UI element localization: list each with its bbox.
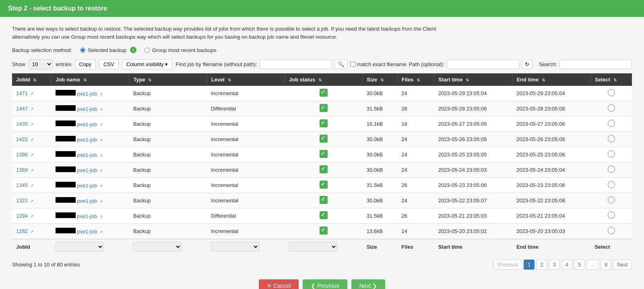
jobname-filter[interactable] <box>56 242 104 252</box>
footer-status-select[interactable] <box>285 239 363 254</box>
selected-backup-radio[interactable] <box>80 48 85 53</box>
jobname-link[interactable]: pve1-job ↗ <box>77 198 102 204</box>
selected-backup-option[interactable]: Selected backup i <box>80 47 136 53</box>
jobid-link[interactable]: 1282 ↗ <box>16 228 33 234</box>
col-level[interactable]: Level ⇅ <box>207 73 285 86</box>
jobname-link[interactable]: pve1-job ↗ <box>77 152 102 158</box>
table-row: 1396 ↗ pve1-job ↗BackupIncremental30.0kB… <box>12 147 632 162</box>
job-select-radio[interactable] <box>608 89 615 96</box>
previous-button[interactable]: ❮ Previous <box>303 279 347 289</box>
jobid-link[interactable]: 1345 ↗ <box>16 182 33 188</box>
status-filter[interactable] <box>289 242 337 252</box>
jobid-link[interactable]: 1422 ↗ <box>16 136 33 142</box>
col-size[interactable]: Size ⇅ <box>363 73 397 86</box>
cell-select[interactable] <box>590 162 632 178</box>
col-type[interactable]: Type ⇅ <box>129 73 207 86</box>
job-select-radio[interactable] <box>608 104 615 112</box>
path-input[interactable] <box>447 60 519 69</box>
page-8-button[interactable]: 8 <box>601 260 611 270</box>
footer-start: Start time <box>434 239 512 254</box>
cell-select[interactable] <box>590 208 632 224</box>
page-5-button[interactable]: 5 <box>574 260 585 270</box>
next-button[interactable]: Next ❯ <box>351 279 386 289</box>
col-select[interactable]: Select ⇅ <box>590 73 632 86</box>
col-end[interactable]: End time ⇅ <box>512 73 590 86</box>
col-jobname[interactable]: Job name ⇅ <box>52 73 129 86</box>
find-job-input[interactable] <box>260 60 332 69</box>
col-files[interactable]: Files ⇅ <box>397 73 434 86</box>
jobid-link[interactable]: 1435 ↗ <box>16 121 33 127</box>
footer-jobname-select[interactable] <box>52 239 129 254</box>
col-status[interactable]: Job status ⇅ <box>285 73 363 86</box>
cell-select[interactable] <box>590 193 632 208</box>
copy-button[interactable]: Copy <box>75 59 96 69</box>
job-select-radio[interactable] <box>608 150 615 158</box>
search-input[interactable] <box>559 60 632 69</box>
cell-select[interactable] <box>590 86 632 101</box>
job-select-radio[interactable] <box>608 120 615 127</box>
cell-select[interactable] <box>590 224 632 239</box>
jobname-link[interactable]: pve1-job ↗ <box>77 183 102 189</box>
jobid-link[interactable]: 1321 ↗ <box>16 198 33 204</box>
cell-size: 31.5kB <box>363 178 397 193</box>
search-icon: 🔍 <box>338 61 345 67</box>
show-entries-select[interactable]: 10 25 50 100 <box>29 59 53 69</box>
jobid-link[interactable]: 1396 ↗ <box>16 152 33 158</box>
cell-select[interactable] <box>590 178 632 193</box>
job-select-radio[interactable] <box>608 135 615 142</box>
level-filter[interactable] <box>211 242 259 252</box>
page-2-button[interactable]: 2 <box>536 260 547 270</box>
page-1-button[interactable]: 1 <box>524 260 535 270</box>
col-start[interactable]: Start time ⇅ <box>434 73 512 86</box>
match-exact-label[interactable]: match exact filename <box>350 61 407 67</box>
job-select-radio[interactable] <box>608 181 615 188</box>
cell-jobname: pve1-job ↗ <box>52 178 129 193</box>
previous-page-button[interactable]: Previous <box>493 260 522 270</box>
cancel-button[interactable]: ✕ Cancel <box>259 279 299 289</box>
jobname-link[interactable]: pve1-job ↗ <box>77 229 102 235</box>
jobid-link[interactable]: 1369 ↗ <box>16 167 33 173</box>
group-recent-option[interactable]: Group most recent backups <box>144 47 217 53</box>
csv-button[interactable]: CSV <box>99 59 119 69</box>
jobname-link[interactable]: pve1-job ↗ <box>77 213 102 219</box>
cell-select[interactable] <box>590 147 632 162</box>
find-job-search-button[interactable]: 🔍 <box>334 60 348 69</box>
external-link-icon: ↗ <box>30 107 33 111</box>
footer-size: Size <box>363 239 397 254</box>
cell-select[interactable] <box>590 101 632 116</box>
external-link-icon: ↗ <box>30 229 33 234</box>
jobname-link[interactable]: pve1-job ↗ <box>77 91 102 97</box>
jobname-link[interactable]: pve1-job ↗ <box>77 121 102 127</box>
cell-start: 2023-05-25 23:05:05 <box>434 147 512 162</box>
page-4-button[interactable]: 4 <box>561 260 572 270</box>
external-link-icon: ↗ <box>30 122 33 127</box>
footer-level-select[interactable] <box>207 239 285 254</box>
status-ok-icon <box>320 119 328 127</box>
job-select-radio[interactable] <box>608 166 615 173</box>
job-select-radio[interactable] <box>608 227 615 234</box>
show-label: Show <box>12 61 25 67</box>
external-link-icon: ↗ <box>99 92 103 96</box>
cell-select[interactable] <box>590 116 632 132</box>
jobname-link[interactable]: pve1-job ↗ <box>77 167 102 173</box>
cell-select[interactable] <box>590 132 632 147</box>
refresh-button[interactable]: ↻ <box>522 60 533 69</box>
bottom-buttons: ✕ Cancel ❮ Previous Next ❯ <box>12 279 632 289</box>
sort-icon: ⇅ <box>148 78 151 82</box>
job-select-radio[interactable] <box>608 196 615 204</box>
jobid-link[interactable]: 1471 ↗ <box>16 90 33 96</box>
jobid-link[interactable]: 1294 ↗ <box>16 213 33 219</box>
jobname-link[interactable]: pve1-job ↗ <box>77 106 102 112</box>
group-recent-radio[interactable] <box>144 48 150 53</box>
match-exact-checkbox[interactable] <box>350 62 355 67</box>
jobid-link[interactable]: 1447 ↗ <box>16 106 33 112</box>
footer-type-select[interactable] <box>129 239 207 254</box>
job-select-radio[interactable] <box>608 212 615 219</box>
type-filter[interactable] <box>133 242 182 252</box>
cell-jobid: 1369 ↗ <box>12 162 52 178</box>
jobname-link[interactable]: pve1-job ↗ <box>77 137 102 143</box>
next-page-button[interactable]: Next <box>613 260 632 270</box>
page-3-button[interactable]: 3 <box>549 260 559 270</box>
col-jobid[interactable]: JobId ⇅ <box>12 73 52 86</box>
column-visibility-button[interactable]: Column visibility ▾ <box>122 59 173 69</box>
